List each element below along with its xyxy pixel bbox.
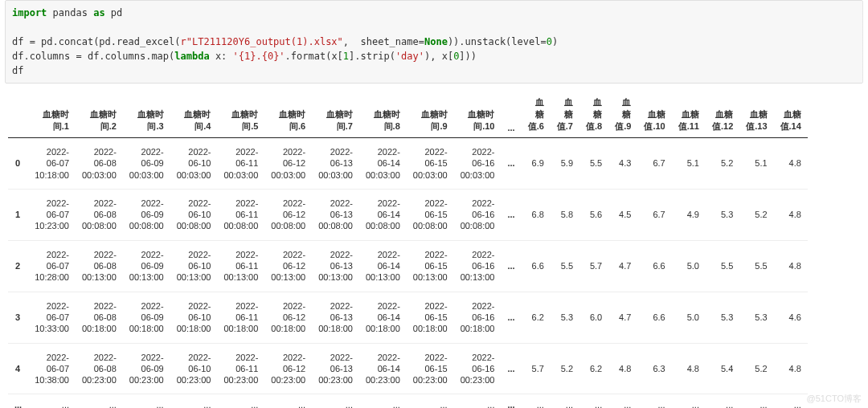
cell: 5.3 <box>551 292 579 343</box>
cell: 2022-06-1500:18:00 <box>407 292 454 343</box>
kw-lambda: lambda <box>174 51 209 62</box>
cell: ... <box>501 138 521 190</box>
cell: 4.8 <box>774 343 808 394</box>
cell: ... <box>76 394 123 408</box>
code-text: pd <box>105 7 123 18</box>
cell: 5.7 <box>522 343 551 394</box>
cell: 2022-06-0900:08:00 <box>123 189 170 240</box>
cell: 5.2 <box>551 343 579 394</box>
cell: 2022-06-1100:23:00 <box>217 343 264 394</box>
code-text: df = pd.concat(pd.read_excel( <box>12 36 181 47</box>
cell: ... <box>28 394 76 408</box>
table-row: 42022-06-0710:38:002022-06-0800:23:00202… <box>8 343 808 394</box>
cell: 5.5 <box>579 138 608 190</box>
cell: 2022-06-1000:13:00 <box>170 240 218 292</box>
cell: 2022-06-0800:08:00 <box>76 189 123 240</box>
cell: 2022-06-1000:08:00 <box>170 189 218 240</box>
cell: 2022-06-1600:18:00 <box>454 292 502 343</box>
cell: 2022-06-0710:28:00 <box>28 240 76 292</box>
cell: 5.2 <box>706 138 739 190</box>
cell: 2022-06-1300:18:00 <box>312 292 359 343</box>
cell: 2022-06-1100:08:00 <box>217 189 264 240</box>
str-lit: r"LT211120Y6_output(1).xlsx" <box>181 36 343 47</box>
kw-import: import <box>12 7 47 18</box>
cell: 2022-06-1200:03:00 <box>264 138 312 190</box>
cell: 6.6 <box>522 240 551 292</box>
cell: 6.9 <box>522 138 551 190</box>
cell: ... <box>501 343 521 394</box>
cell: ... <box>501 292 521 343</box>
cell: 6.7 <box>637 138 671 190</box>
cell: 3 <box>8 292 28 343</box>
cell: ... <box>454 394 502 408</box>
cell: 6.7 <box>637 189 671 240</box>
cell: 2022-06-0900:18:00 <box>123 292 170 343</box>
cell: 2022-06-0710:33:00 <box>28 292 76 343</box>
cell: 2022-06-0710:23:00 <box>28 189 76 240</box>
table-row: 22022-06-0710:28:002022-06-0800:13:00202… <box>8 240 808 292</box>
cell: 2022-06-0800:03:00 <box>76 138 123 190</box>
code-text: df.columns = df.columns.map( <box>12 51 174 62</box>
watermark: @51CTO博客 <box>807 393 862 405</box>
code-text: x: <box>210 51 233 62</box>
cell: ... <box>522 394 551 408</box>
cell: 2022-06-1500:03:00 <box>407 138 454 190</box>
cell: 5.3 <box>706 189 739 240</box>
cell: ... <box>264 394 312 408</box>
cell: ... <box>706 394 739 408</box>
cell: 5.5 <box>706 240 739 292</box>
cell: ... <box>501 189 521 240</box>
int-lit: 1 <box>343 51 349 62</box>
code-text: )).unstack(level= <box>448 36 547 47</box>
col-header: 血糖时间.7 <box>312 92 359 138</box>
cell: 5.8 <box>551 189 579 240</box>
cell: 6.8 <box>522 189 551 240</box>
code-text: df <box>12 65 23 76</box>
cell: ... <box>123 394 170 408</box>
col-header: 血糖时间.4 <box>170 92 218 138</box>
code-cell: import pandas as pd df = pd.concat(pd.re… <box>5 0 863 84</box>
cell: ... <box>739 394 773 408</box>
col-header: 血糖时间.1 <box>28 92 76 138</box>
col-header: 血糖值.7 <box>551 92 579 138</box>
dataframe-table: 血糖时间.1血糖时间.2血糖时间.3血糖时间.4血糖时间.5血糖时间.6血糖时间… <box>8 92 808 408</box>
cell: 2022-06-0900:03:00 <box>123 138 170 190</box>
cell: 4.8 <box>608 343 637 394</box>
cell: ... <box>217 394 264 408</box>
cell: 2022-06-0800:13:00 <box>76 240 123 292</box>
cell: 2022-06-1000:23:00 <box>170 343 218 394</box>
cell: 2022-06-1200:23:00 <box>264 343 312 394</box>
cell: 4.9 <box>672 189 706 240</box>
cell: 2022-06-0710:38:00 <box>28 343 76 394</box>
cell: 2022-06-1500:23:00 <box>407 343 454 394</box>
cell: ... <box>501 240 521 292</box>
cell: ... <box>407 394 454 408</box>
cell: 2022-06-1600:08:00 <box>454 189 502 240</box>
col-header: 血糖时间.6 <box>264 92 312 138</box>
code-text: .format(x[ <box>285 51 343 62</box>
cell: 5.5 <box>551 240 579 292</box>
cell: 5.3 <box>739 292 773 343</box>
col-header: 血糖值.6 <box>522 92 551 138</box>
cell: 5.1 <box>739 138 773 190</box>
cell: 2022-06-1500:08:00 <box>407 189 454 240</box>
cell: 4.7 <box>608 240 637 292</box>
cell: ... <box>774 394 808 408</box>
cell: 2022-06-1300:03:00 <box>312 138 359 190</box>
cell: 2022-06-0800:23:00 <box>76 343 123 394</box>
cell: 5.1 <box>672 138 706 190</box>
col-header: 血糖值.14 <box>774 92 808 138</box>
cell: 2022-06-1200:08:00 <box>264 189 312 240</box>
cell: 2022-06-1100:13:00 <box>217 240 264 292</box>
cell: 2022-06-1400:18:00 <box>359 292 407 343</box>
cell: 4.3 <box>608 138 637 190</box>
col-header: 血糖值.11 <box>672 92 706 138</box>
cell: 4.8 <box>672 343 706 394</box>
cell: 6.6 <box>637 240 671 292</box>
kw-as: as <box>93 7 104 18</box>
cell: ... <box>637 394 671 408</box>
cell: 6.6 <box>637 292 671 343</box>
cell: 2022-06-1300:08:00 <box>312 189 359 240</box>
cell: 2022-06-1400:08:00 <box>359 189 407 240</box>
code-text: ])) <box>459 51 477 62</box>
